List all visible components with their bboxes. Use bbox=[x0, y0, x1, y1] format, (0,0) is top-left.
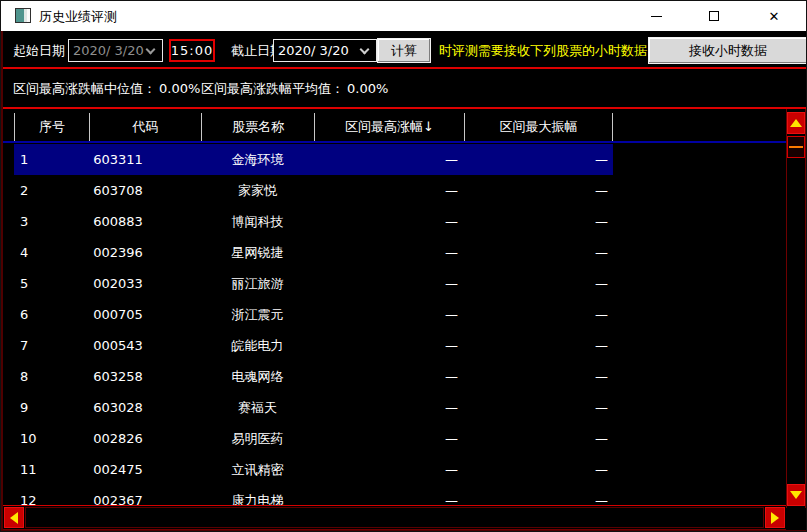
table-row[interactable]: 9603028赛福天—— bbox=[14, 392, 613, 423]
cell-code: 002396 bbox=[89, 245, 201, 260]
cell-seq: 7 bbox=[14, 338, 89, 353]
cell-seq: 9 bbox=[14, 400, 89, 415]
end-date-value: 2020/ 3/20 bbox=[278, 43, 349, 58]
cell-gain: — bbox=[314, 245, 464, 260]
table-row[interactable]: 12002367康力电梯—— bbox=[14, 485, 613, 506]
cell-code: 603708 bbox=[89, 183, 201, 198]
close-button[interactable]: ✕ bbox=[751, 1, 797, 31]
column-header-name[interactable]: 股票名称 bbox=[201, 113, 314, 141]
time-field[interactable]: 15:00 bbox=[169, 39, 215, 62]
mean-value: 0.00% bbox=[347, 81, 388, 96]
minimize-icon bbox=[651, 16, 662, 17]
median-stat: 区间最高涨跌幅中位值：0.00% bbox=[13, 80, 200, 98]
cell-amp: — bbox=[464, 307, 613, 322]
table-row[interactable]: 11002475立讯精密—— bbox=[14, 454, 613, 485]
triangle-up-icon bbox=[790, 119, 802, 127]
start-date-value: 2020/ 3/20 bbox=[73, 43, 144, 58]
mean-stat: 区间最高涨跌幅平均值：0.00% bbox=[201, 80, 388, 98]
table-row[interactable]: 5002033丽江旅游—— bbox=[14, 268, 613, 299]
triangle-down-icon bbox=[790, 491, 802, 499]
median-value: 0.00% bbox=[159, 81, 200, 96]
cell-gain: — bbox=[314, 338, 464, 353]
maximize-button[interactable] bbox=[691, 1, 737, 31]
table-row[interactable]: 4002396星网锐捷—— bbox=[14, 237, 613, 268]
chevron-down-icon bbox=[146, 45, 156, 55]
cell-seq: 6 bbox=[14, 307, 89, 322]
table-row[interactable]: 3600883博闻科技—— bbox=[14, 206, 613, 237]
vertical-scrollbar[interactable] bbox=[786, 109, 806, 508]
cell-seq: 8 bbox=[14, 369, 89, 384]
minimize-button[interactable] bbox=[633, 1, 679, 31]
cell-name: 皖能电力 bbox=[201, 337, 314, 355]
horizontal-scrollbar[interactable] bbox=[3, 505, 786, 530]
cell-gain: — bbox=[314, 183, 464, 198]
cell-name: 电魂网络 bbox=[201, 368, 314, 386]
cell-amp: — bbox=[464, 462, 613, 477]
table-row[interactable]: 10002826易明医药—— bbox=[14, 423, 613, 454]
app-window: 历史业绩评测 ✕ 起始日期 2020/ 3/20 15:00 截止日期 2020… bbox=[0, 0, 807, 532]
cell-code: 000543 bbox=[89, 338, 201, 353]
start-date-label: 起始日期 bbox=[13, 42, 65, 60]
title-bar: 历史业绩评测 ✕ bbox=[1, 1, 806, 31]
column-header-max-gain[interactable]: 区间最高涨幅↓ bbox=[314, 113, 464, 141]
cell-amp: — bbox=[464, 152, 613, 167]
cell-seq: 3 bbox=[14, 214, 89, 229]
cell-code: 002475 bbox=[89, 462, 201, 477]
receive-hour-data-button[interactable]: 接收小时数据 bbox=[648, 37, 807, 64]
cell-seq: 5 bbox=[14, 276, 89, 291]
content-area: 起始日期 2020/ 3/20 15:00 截止日期 2020/ 3/20 计算… bbox=[1, 31, 807, 532]
cell-name: 丽江旅游 bbox=[201, 275, 314, 293]
scroll-down-button[interactable] bbox=[787, 484, 805, 506]
cell-code: 600883 bbox=[89, 214, 201, 229]
cell-code: 603258 bbox=[89, 369, 201, 384]
cell-amp: — bbox=[464, 369, 613, 384]
start-date-select[interactable]: 2020/ 3/20 bbox=[68, 39, 163, 62]
cell-name: 康力电梯 bbox=[201, 492, 314, 507]
table-row[interactable]: 1603311金海环境—— bbox=[14, 144, 613, 175]
horizontal-scroll-track[interactable] bbox=[25, 507, 764, 528]
cell-amp: — bbox=[464, 400, 613, 415]
calculate-button[interactable]: 计算 bbox=[377, 38, 431, 63]
cell-gain: — bbox=[314, 152, 464, 167]
cell-seq: 4 bbox=[14, 245, 89, 260]
app-icon bbox=[15, 8, 31, 23]
cell-code: 000705 bbox=[89, 307, 201, 322]
table-header: 序号 代码 股票名称 区间最高涨幅↓ 区间最大振幅 bbox=[14, 113, 613, 141]
cell-seq: 2 bbox=[14, 183, 89, 198]
table-row[interactable]: 6000705浙江震元—— bbox=[14, 299, 613, 330]
cell-code: 603028 bbox=[89, 400, 201, 415]
cell-amp: — bbox=[464, 338, 613, 353]
cell-code: 603311 bbox=[89, 152, 201, 167]
cell-gain: — bbox=[314, 307, 464, 322]
table-row[interactable]: 7000543皖能电力—— bbox=[14, 330, 613, 361]
cell-name: 家家悦 bbox=[201, 182, 314, 200]
cell-name: 易明医药 bbox=[201, 430, 314, 448]
table-body: 1603311金海环境——2603708家家悦——3600883博闻科技——40… bbox=[14, 144, 613, 506]
column-header-amplitude[interactable]: 区间最大振幅 bbox=[464, 113, 613, 141]
triangle-right-icon bbox=[771, 512, 779, 524]
mean-label: 区间最高涨跌幅平均值： bbox=[201, 81, 344, 96]
thumb-notch bbox=[789, 146, 803, 148]
cell-name: 金海环境 bbox=[201, 151, 314, 169]
cell-name: 赛福天 bbox=[201, 399, 314, 417]
table-row[interactable]: 8603258电魂网络—— bbox=[14, 361, 613, 392]
cell-code: 002826 bbox=[89, 431, 201, 446]
cell-gain: — bbox=[314, 369, 464, 384]
median-label: 区间最高涨跌幅中位值： bbox=[13, 81, 156, 96]
cell-amp: — bbox=[464, 276, 613, 291]
vertical-scroll-thumb[interactable] bbox=[787, 136, 805, 158]
column-header-code[interactable]: 代码 bbox=[89, 113, 201, 141]
cell-seq: 11 bbox=[14, 462, 89, 477]
scroll-up-button[interactable] bbox=[787, 112, 805, 134]
end-date-select[interactable]: 2020/ 3/20 bbox=[273, 39, 377, 62]
cell-amp: — bbox=[464, 431, 613, 446]
scroll-left-button[interactable] bbox=[4, 507, 24, 528]
stats-bar: 区间最高涨跌幅中位值：0.00% 区间最高涨跌幅平均值：0.00% bbox=[3, 69, 806, 107]
scroll-right-button[interactable] bbox=[765, 507, 785, 528]
cell-gain: — bbox=[314, 462, 464, 477]
table-row[interactable]: 2603708家家悦—— bbox=[14, 175, 613, 206]
stock-table: 序号 代码 股票名称 区间最高涨幅↓ 区间最大振幅 1603311金海环境——2… bbox=[3, 109, 786, 506]
column-header-seq[interactable]: 序号 bbox=[14, 113, 89, 141]
cell-gain: — bbox=[314, 400, 464, 415]
cell-gain: — bbox=[314, 431, 464, 446]
